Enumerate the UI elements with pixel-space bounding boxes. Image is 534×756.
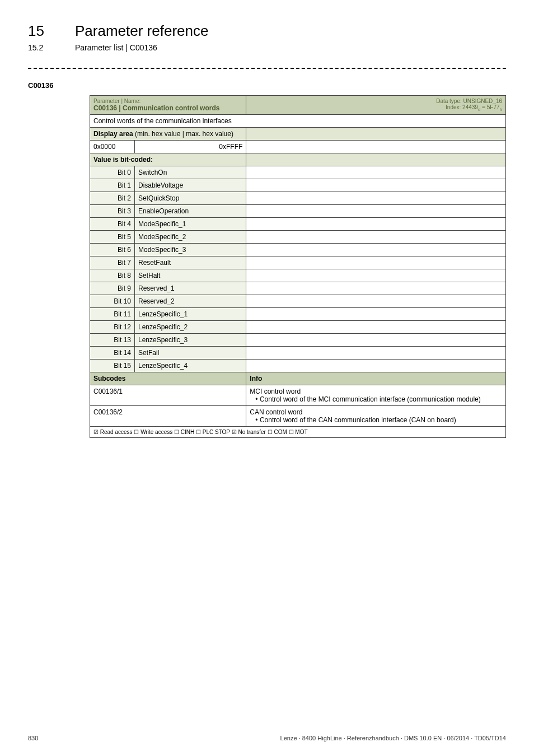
bit-name: LenzeSpecific_2 <box>135 321 246 334</box>
bit-label: Bit 9 <box>90 282 135 295</box>
subcode-id: C00136/1 <box>90 385 246 406</box>
bit-name: Reserved_1 <box>135 282 246 295</box>
bit-label: Bit 7 <box>90 256 135 269</box>
bit-name: LenzeSpecific_4 <box>135 360 246 372</box>
bit-label: Bit 4 <box>90 218 135 231</box>
bit-name: ModeSpecific_1 <box>135 218 246 231</box>
divider <box>28 68 506 69</box>
value-bitcoded-header: Value is bit-coded: <box>90 153 246 166</box>
access-flags: ☑ Read access ☐ Write access ☐ CINH ☐ PL… <box>90 427 506 438</box>
bit-name: DisableVoltage <box>135 179 246 192</box>
bit-name: LenzeSpecific_3 <box>135 334 246 347</box>
param-name-label: Parameter | Name: <box>93 98 140 104</box>
section-number: 15.2 <box>28 43 62 52</box>
bit-name: EnableOperation <box>135 205 246 218</box>
bit-label: Bit 1 <box>90 179 135 192</box>
parameter-code-heading: C00136 <box>28 81 506 90</box>
bit-name: SetQuickStop <box>135 192 246 205</box>
subcode-info: MCI control word Control word of the MCI… <box>246 385 506 406</box>
info-header: Info <box>246 372 506 385</box>
bit-label: Bit 12 <box>90 321 135 334</box>
bit-label: Bit 11 <box>90 308 135 321</box>
subcodes-header: Subcodes <box>90 372 246 385</box>
bit-label: Bit 2 <box>90 192 135 205</box>
bit-name: Reserved_2 <box>135 295 246 308</box>
bit-label: Bit 0 <box>90 166 135 179</box>
bit-label: Bit 8 <box>90 269 135 282</box>
bit-label: Bit 6 <box>90 244 135 256</box>
bit-name: SwitchOn <box>135 166 246 179</box>
bit-name: ModeSpecific_2 <box>135 231 246 244</box>
bit-label: Bit 3 <box>90 205 135 218</box>
bit-name: SetHalt <box>135 269 246 282</box>
bit-label: Bit 10 <box>90 295 135 308</box>
bit-label: Bit 15 <box>90 360 135 372</box>
page-number: 830 <box>28 735 38 741</box>
index-label: Index: 24439d = 5F77h <box>446 104 502 110</box>
bit-name: ResetFault <box>135 256 246 269</box>
parameter-table: Parameter | Name: C00136 | Communication… <box>90 95 506 438</box>
display-area-header: Display area (min. hex value | max. hex … <box>90 128 246 141</box>
bit-label: Bit 14 <box>90 347 135 360</box>
footer-text: Lenze · 8400 HighLine · Referenzhandbuch… <box>280 735 506 741</box>
bit-name: SetFail <box>135 347 246 360</box>
param-name-value: C00136 | Communication control words <box>93 104 219 112</box>
bit-label: Bit 5 <box>90 231 135 244</box>
section-title: Parameter list | C00136 <box>75 43 157 52</box>
chapter-number: 15 <box>28 22 62 40</box>
subcode-id: C00136/2 <box>90 406 246 427</box>
datatype-label: Data type: UNSIGNED_16 <box>436 98 502 104</box>
hex-min: 0x0000 <box>90 141 135 153</box>
hex-max: 0xFFFF <box>135 141 246 153</box>
bit-name: LenzeSpecific_1 <box>135 308 246 321</box>
subcode-info: CAN control word Control word of the CAN… <box>246 406 506 427</box>
bit-label: Bit 13 <box>90 334 135 347</box>
param-description: Control words of the communication inter… <box>90 115 506 128</box>
chapter-title: Parameter reference <box>75 22 208 40</box>
bit-name: ModeSpecific_3 <box>135 244 246 256</box>
